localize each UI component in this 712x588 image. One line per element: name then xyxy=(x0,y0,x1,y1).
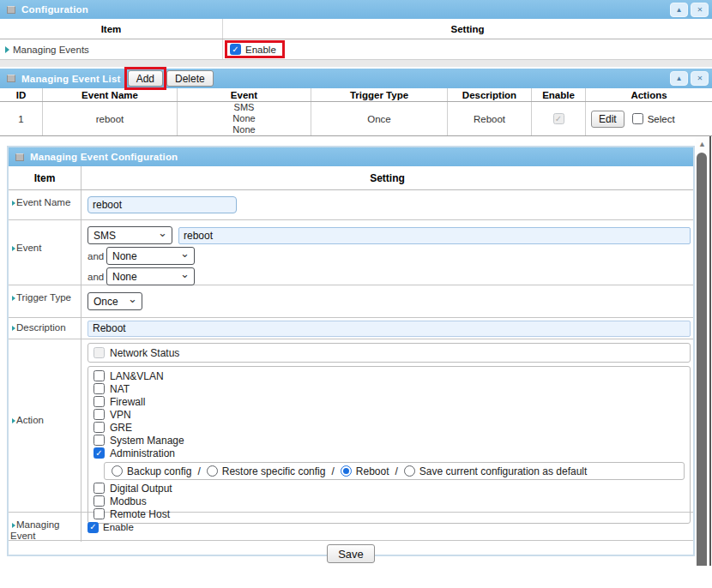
check-icon: ✓ xyxy=(232,45,238,54)
event-and1-select[interactable]: None ⌄ xyxy=(106,247,195,265)
restore-specific-config-radio[interactable] xyxy=(207,465,218,477)
bullet-icon xyxy=(12,201,15,206)
firewall-checkbox[interactable] xyxy=(94,396,105,407)
scroll-up-icon: ▲ xyxy=(698,140,706,148)
bullet-icon xyxy=(12,296,15,301)
event-list-column-headers: ID Event Name Event Trigger Type Descrip… xyxy=(0,88,712,102)
scroll-region: Managing Event Configuration Item Settin… xyxy=(0,136,712,566)
row-description: Reboot xyxy=(448,102,532,135)
event-config-column-headers: Item Setting xyxy=(9,166,693,190)
configuration-table-header: Item Setting xyxy=(0,19,712,39)
enable-label: Enable xyxy=(245,45,276,55)
collapse-icon: ▲ xyxy=(675,75,682,81)
modbus-checkbox[interactable] xyxy=(94,495,105,507)
description-row: Description xyxy=(9,318,693,339)
managing-event-row: Managing Event ✓ Enable xyxy=(9,513,693,541)
event-name-label: Event Name xyxy=(9,190,81,219)
event-type-select[interactable]: SMS ⌄ xyxy=(87,226,172,244)
event-config-panel: Managing Event Configuration Item Settin… xyxy=(7,146,695,556)
edit-button[interactable]: Edit xyxy=(591,111,625,128)
bullet-icon xyxy=(12,246,15,251)
vertical-scrollbar[interactable]: ▲ xyxy=(696,136,709,566)
col-item: Item xyxy=(0,19,223,39)
event-list-panel: Managing Event List Add Delete ▲ ✕ ID Ev… xyxy=(0,69,712,136)
add-annotation: Add xyxy=(124,67,166,90)
nat-checkbox[interactable] xyxy=(94,383,105,394)
action-row: Action Network Status LAN&VLAN NAT Firew… xyxy=(9,339,693,513)
and-label: and xyxy=(87,251,106,261)
select-label: Select xyxy=(648,114,675,124)
enable-label: Enable xyxy=(103,522,134,532)
action-groups-box: LAN&VLAN NAT Firewall VPN GRE System Man… xyxy=(87,366,691,524)
col-setting: Setting xyxy=(81,166,693,189)
scrollbar-thumb[interactable] xyxy=(697,153,707,566)
row-event: SMS None None xyxy=(178,102,311,135)
panel-icon xyxy=(15,153,24,161)
check-icon: ✓ xyxy=(555,115,562,123)
save-default-radio[interactable] xyxy=(404,465,415,477)
system-manage-checkbox[interactable] xyxy=(94,435,105,446)
panel-icon xyxy=(7,75,15,82)
delete-button[interactable]: Delete xyxy=(166,70,214,87)
action-label: Action xyxy=(9,339,81,524)
event-value-input[interactable] xyxy=(178,227,691,244)
managing-events-enable-checkbox[interactable]: ✓ xyxy=(230,44,241,55)
network-status-label: Network Status xyxy=(110,347,179,359)
col-item: Item xyxy=(9,166,81,189)
event-row: Event SMS ⌄ and None ⌄ an xyxy=(9,220,693,285)
close-icon: ✕ xyxy=(697,6,703,13)
bullet-icon xyxy=(5,46,9,53)
frame-border xyxy=(709,136,711,566)
col-actions: Actions xyxy=(586,88,712,101)
save-row: Save xyxy=(9,541,693,567)
description-label: Description xyxy=(9,318,81,339)
select-checkbox[interactable] xyxy=(632,113,643,124)
check-icon: ✓ xyxy=(95,449,102,458)
col-setting: Setting xyxy=(223,19,712,39)
event-name-row: Event Name xyxy=(9,190,693,220)
enable-annotation: ✓ Enable xyxy=(225,40,285,58)
network-status-box: Network Status xyxy=(87,343,691,363)
row-enable-checkbox: ✓ xyxy=(553,113,564,124)
managing-event-label: Managing Event xyxy=(9,513,81,542)
row-trigger-type: Once xyxy=(311,102,448,135)
close-icon: ✕ xyxy=(697,75,703,81)
col-trigger-type: Trigger Type xyxy=(311,88,448,101)
gre-checkbox[interactable] xyxy=(94,422,105,433)
col-event-name: Event Name xyxy=(43,88,178,101)
configuration-panel: Configuration ▲ ✕ Item Setting Managing … xyxy=(0,0,712,60)
network-status-checkbox xyxy=(94,347,105,358)
panel-icon xyxy=(7,6,15,14)
digital-output-checkbox[interactable] xyxy=(94,483,105,494)
description-input[interactable] xyxy=(87,321,691,337)
administration-options-box: Backup config / Restore specific config … xyxy=(104,462,685,480)
save-button[interactable]: Save xyxy=(327,544,375,563)
close-button[interactable]: ✕ xyxy=(691,3,709,17)
trigger-type-row: Trigger Type Once ⌄ xyxy=(9,285,693,318)
add-button[interactable]: Add xyxy=(128,70,163,87)
event-name-input[interactable] xyxy=(87,196,237,213)
administration-checkbox[interactable]: ✓ xyxy=(94,447,105,459)
trigger-type-select[interactable]: Once ⌄ xyxy=(87,292,142,310)
lan-vlan-checkbox[interactable] xyxy=(94,370,105,381)
col-event: Event xyxy=(178,88,311,101)
table-row: 1 reboot SMS None None Once Reboot ✓ Edi… xyxy=(0,102,712,136)
collapse-button[interactable]: ▲ xyxy=(670,3,688,17)
event-config-header: Managing Event Configuration xyxy=(9,147,693,166)
configuration-title: Configuration xyxy=(21,4,88,15)
event-list-title: Managing Event List xyxy=(21,74,121,84)
managing-event-enable-checkbox[interactable]: ✓ xyxy=(87,522,99,533)
close-button[interactable]: ✕ xyxy=(691,71,709,86)
scroll-up-button[interactable]: ▲ xyxy=(696,136,709,151)
event-label: Event xyxy=(9,220,81,288)
event-and2-select[interactable]: None ⌄ xyxy=(106,267,195,285)
vpn-checkbox[interactable] xyxy=(94,409,105,420)
reboot-radio[interactable] xyxy=(341,465,352,477)
trigger-type-label: Trigger Type xyxy=(9,285,81,317)
backup-config-radio[interactable] xyxy=(112,465,123,477)
col-description: Description xyxy=(448,88,532,101)
collapse-icon: ▲ xyxy=(675,6,682,13)
managing-events-row: Managing Events ✓ Enable xyxy=(0,39,712,60)
collapse-button[interactable]: ▲ xyxy=(670,71,688,86)
col-enable: Enable xyxy=(532,88,586,101)
